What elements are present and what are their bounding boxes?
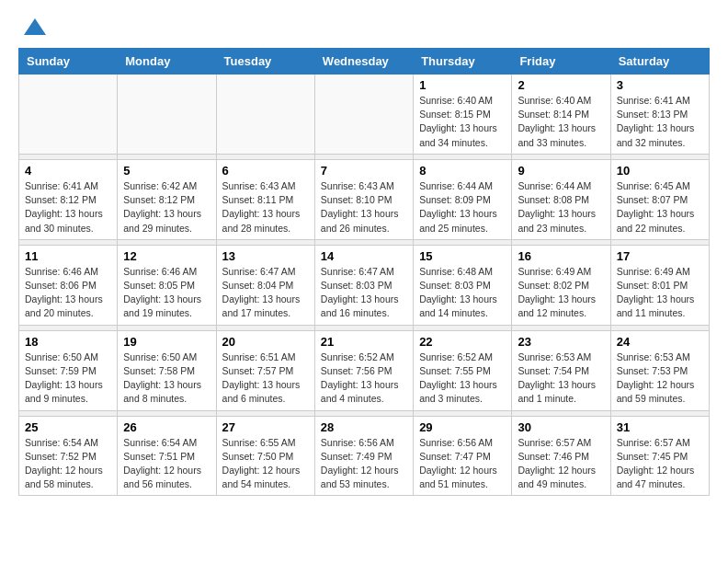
calendar-cell: 27Sunrise: 6:55 AMSunset: 7:50 PMDayligh… bbox=[216, 416, 314, 496]
calendar-cell: 17Sunrise: 6:49 AMSunset: 8:01 PMDayligh… bbox=[610, 245, 709, 325]
calendar-cell: 29Sunrise: 6:56 AMSunset: 7:47 PMDayligh… bbox=[414, 416, 512, 496]
weekday-header: Thursday bbox=[414, 49, 512, 75]
calendar-cell bbox=[216, 75, 314, 155]
day-number: 11 bbox=[25, 249, 111, 263]
calendar-cell: 22Sunrise: 6:52 AMSunset: 7:55 PMDayligh… bbox=[414, 330, 512, 410]
day-number: 1 bbox=[419, 78, 506, 92]
day-number: 23 bbox=[518, 335, 604, 349]
weekday-header: Tuesday bbox=[216, 49, 314, 75]
calendar-cell bbox=[19, 75, 118, 155]
weekday-header: Monday bbox=[118, 49, 216, 75]
day-number: 22 bbox=[419, 335, 506, 349]
day-info: Sunrise: 6:43 AMSunset: 8:10 PMDaylight:… bbox=[321, 179, 407, 236]
day-number: 4 bbox=[25, 164, 111, 178]
svg-marker-0 bbox=[24, 18, 46, 35]
calendar-cell: 14Sunrise: 6:47 AMSunset: 8:03 PMDayligh… bbox=[314, 245, 413, 325]
day-info: Sunrise: 6:56 AMSunset: 7:49 PMDaylight:… bbox=[321, 436, 407, 492]
day-info: Sunrise: 6:50 AMSunset: 7:58 PMDaylight:… bbox=[123, 350, 210, 407]
day-info: Sunrise: 6:44 AMSunset: 8:09 PMDaylight:… bbox=[419, 179, 506, 236]
day-number: 14 bbox=[321, 249, 407, 263]
weekday-header: Saturday bbox=[610, 49, 709, 75]
day-info: Sunrise: 6:57 AMSunset: 7:45 PMDaylight:… bbox=[617, 436, 703, 492]
day-info: Sunrise: 6:51 AMSunset: 7:57 PMDaylight:… bbox=[222, 350, 309, 407]
calendar-cell bbox=[314, 75, 413, 155]
day-number: 28 bbox=[321, 420, 407, 434]
day-info: Sunrise: 6:43 AMSunset: 8:11 PMDaylight:… bbox=[222, 179, 309, 236]
weekday-header: Wednesday bbox=[314, 49, 413, 75]
day-info: Sunrise: 6:44 AMSunset: 8:08 PMDaylight:… bbox=[518, 179, 604, 236]
logo bbox=[18, 15, 48, 40]
day-info: Sunrise: 6:47 AMSunset: 8:04 PMDaylight:… bbox=[222, 265, 309, 321]
day-info: Sunrise: 6:49 AMSunset: 8:02 PMDaylight:… bbox=[518, 265, 604, 321]
day-info: Sunrise: 6:41 AMSunset: 8:12 PMDaylight:… bbox=[25, 179, 111, 236]
day-number: 16 bbox=[518, 249, 604, 263]
day-info: Sunrise: 6:40 AMSunset: 8:15 PMDaylight:… bbox=[419, 94, 506, 150]
calendar-cell: 28Sunrise: 6:56 AMSunset: 7:49 PMDayligh… bbox=[314, 416, 413, 496]
day-info: Sunrise: 6:54 AMSunset: 7:51 PMDaylight:… bbox=[123, 436, 210, 492]
day-number: 31 bbox=[617, 420, 703, 434]
day-number: 21 bbox=[321, 335, 407, 349]
calendar-cell: 2Sunrise: 6:40 AMSunset: 8:14 PMDaylight… bbox=[512, 75, 610, 155]
day-number: 10 bbox=[617, 164, 703, 178]
day-info: Sunrise: 6:54 AMSunset: 7:52 PMDaylight:… bbox=[25, 436, 111, 492]
day-info: Sunrise: 6:50 AMSunset: 7:59 PMDaylight:… bbox=[25, 350, 111, 407]
day-number: 19 bbox=[123, 335, 210, 349]
calendar-cell: 9Sunrise: 6:44 AMSunset: 8:08 PMDaylight… bbox=[512, 159, 610, 239]
header bbox=[18, 15, 710, 40]
day-number: 6 bbox=[222, 164, 309, 178]
calendar-cell: 10Sunrise: 6:45 AMSunset: 8:07 PMDayligh… bbox=[610, 159, 709, 239]
day-number: 15 bbox=[419, 249, 506, 263]
day-info: Sunrise: 6:53 AMSunset: 7:54 PMDaylight:… bbox=[518, 350, 604, 407]
day-info: Sunrise: 6:46 AMSunset: 8:06 PMDaylight:… bbox=[25, 265, 111, 321]
day-info: Sunrise: 6:47 AMSunset: 8:03 PMDaylight:… bbox=[321, 265, 407, 321]
day-info: Sunrise: 6:52 AMSunset: 7:55 PMDaylight:… bbox=[419, 350, 506, 407]
calendar-cell: 20Sunrise: 6:51 AMSunset: 7:57 PMDayligh… bbox=[216, 330, 314, 410]
calendar-cell bbox=[118, 75, 216, 155]
calendar-cell: 25Sunrise: 6:54 AMSunset: 7:52 PMDayligh… bbox=[19, 416, 118, 496]
day-number: 9 bbox=[518, 164, 604, 178]
calendar-cell: 30Sunrise: 6:57 AMSunset: 7:46 PMDayligh… bbox=[512, 416, 610, 496]
day-number: 29 bbox=[419, 420, 506, 434]
day-number: 7 bbox=[321, 164, 407, 178]
calendar-cell: 3Sunrise: 6:41 AMSunset: 8:13 PMDaylight… bbox=[610, 75, 709, 155]
calendar-cell: 15Sunrise: 6:48 AMSunset: 8:03 PMDayligh… bbox=[414, 245, 512, 325]
calendar-cell: 31Sunrise: 6:57 AMSunset: 7:45 PMDayligh… bbox=[610, 416, 709, 496]
day-number: 5 bbox=[123, 164, 210, 178]
day-info: Sunrise: 6:40 AMSunset: 8:14 PMDaylight:… bbox=[518, 94, 604, 150]
calendar-cell: 19Sunrise: 6:50 AMSunset: 7:58 PMDayligh… bbox=[118, 330, 216, 410]
calendar-cell: 1Sunrise: 6:40 AMSunset: 8:15 PMDaylight… bbox=[414, 75, 512, 155]
calendar-cell: 6Sunrise: 6:43 AMSunset: 8:11 PMDaylight… bbox=[216, 159, 314, 239]
day-number: 8 bbox=[419, 164, 506, 178]
day-number: 3 bbox=[617, 78, 703, 92]
day-number: 27 bbox=[222, 420, 309, 434]
day-number: 12 bbox=[123, 249, 210, 263]
calendar-cell: 7Sunrise: 6:43 AMSunset: 8:10 PMDaylight… bbox=[314, 159, 413, 239]
day-number: 2 bbox=[518, 78, 604, 92]
weekday-header: Friday bbox=[512, 49, 610, 75]
calendar-cell: 23Sunrise: 6:53 AMSunset: 7:54 PMDayligh… bbox=[512, 330, 610, 410]
calendar-cell: 26Sunrise: 6:54 AMSunset: 7:51 PMDayligh… bbox=[118, 416, 216, 496]
day-info: Sunrise: 6:52 AMSunset: 7:56 PMDaylight:… bbox=[321, 350, 407, 407]
day-number: 18 bbox=[25, 335, 111, 349]
day-info: Sunrise: 6:56 AMSunset: 7:47 PMDaylight:… bbox=[419, 436, 506, 492]
calendar-cell: 11Sunrise: 6:46 AMSunset: 8:06 PMDayligh… bbox=[19, 245, 118, 325]
day-info: Sunrise: 6:41 AMSunset: 8:13 PMDaylight:… bbox=[617, 94, 703, 150]
calendar-cell: 16Sunrise: 6:49 AMSunset: 8:02 PMDayligh… bbox=[512, 245, 610, 325]
calendar-cell: 13Sunrise: 6:47 AMSunset: 8:04 PMDayligh… bbox=[216, 245, 314, 325]
day-info: Sunrise: 6:46 AMSunset: 8:05 PMDaylight:… bbox=[123, 265, 210, 321]
day-number: 24 bbox=[617, 335, 703, 349]
calendar-cell: 4Sunrise: 6:41 AMSunset: 8:12 PMDaylight… bbox=[19, 159, 118, 239]
day-info: Sunrise: 6:42 AMSunset: 8:12 PMDaylight:… bbox=[123, 179, 210, 236]
day-number: 13 bbox=[222, 249, 309, 263]
calendar: SundayMondayTuesdayWednesdayThursdayFrid… bbox=[18, 48, 710, 496]
day-info: Sunrise: 6:45 AMSunset: 8:07 PMDaylight:… bbox=[617, 179, 703, 236]
calendar-cell: 5Sunrise: 6:42 AMSunset: 8:12 PMDaylight… bbox=[118, 159, 216, 239]
day-info: Sunrise: 6:55 AMSunset: 7:50 PMDaylight:… bbox=[222, 436, 309, 492]
calendar-cell: 8Sunrise: 6:44 AMSunset: 8:09 PMDaylight… bbox=[414, 159, 512, 239]
calendar-cell: 18Sunrise: 6:50 AMSunset: 7:59 PMDayligh… bbox=[19, 330, 118, 410]
weekday-header: Sunday bbox=[19, 49, 118, 75]
calendar-cell: 24Sunrise: 6:53 AMSunset: 7:53 PMDayligh… bbox=[610, 330, 709, 410]
calendar-cell: 21Sunrise: 6:52 AMSunset: 7:56 PMDayligh… bbox=[314, 330, 413, 410]
logo-icon bbox=[22, 15, 48, 40]
calendar-cell: 12Sunrise: 6:46 AMSunset: 8:05 PMDayligh… bbox=[118, 245, 216, 325]
